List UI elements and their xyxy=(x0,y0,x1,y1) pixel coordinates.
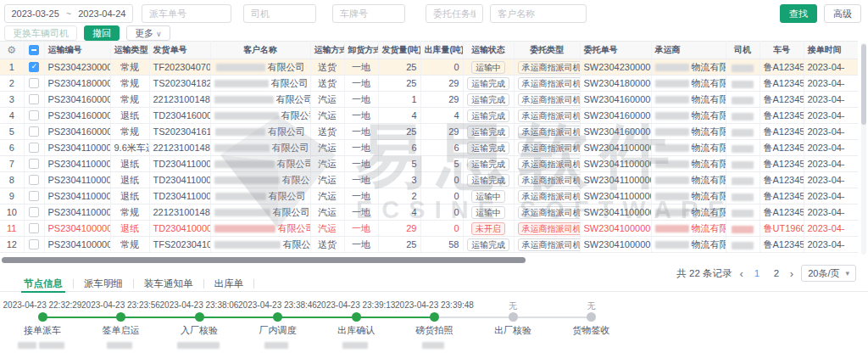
row-checkbox[interactable] xyxy=(29,239,39,249)
change-vehicle-driver-button[interactable]: 更换车辆司机 xyxy=(4,25,77,41)
cell-time: 2023-04- xyxy=(804,156,858,172)
cell-driver xyxy=(726,108,760,124)
customer-name-input[interactable] xyxy=(490,4,587,23)
table-row[interactable]: 12PS230410000004常规TFS202304102203有限公司送货一… xyxy=(0,237,858,253)
cell-time: 2023-04- xyxy=(804,205,858,221)
cell-unload: 一地 xyxy=(344,124,378,140)
advanced-button[interactable]: 高级 xyxy=(824,4,861,23)
commission-type-badge: 承运商指派司机 xyxy=(518,126,581,138)
cell-method: 汽运 xyxy=(310,172,344,188)
page-number-1[interactable]: 1 xyxy=(751,268,763,278)
cell-dno: TS202304182114 xyxy=(149,76,210,92)
cell-type: 常规 xyxy=(110,59,149,76)
cell-dno: TD230416000002 xyxy=(149,108,210,124)
row-checkbox[interactable] xyxy=(29,110,39,120)
tab-3[interactable]: 出库单 xyxy=(204,276,254,292)
horizontal-scrollbar-thumb[interactable] xyxy=(2,257,526,263)
select-all-checkbox[interactable] xyxy=(29,45,39,55)
cell-method: 送货 xyxy=(310,124,344,140)
table-row[interactable]: 8PS230411000003退纸TD230411000008有限公司汽运一地3… xyxy=(0,172,858,188)
table-row[interactable]: 5PS230416000004常规TS202304161109有限公司送货一地2… xyxy=(0,124,858,140)
redacted-carrier-name xyxy=(655,241,689,249)
page-number-2[interactable]: 2 xyxy=(771,268,782,278)
cell-unload: 一地 xyxy=(344,108,378,124)
timeline-node-dot xyxy=(430,312,439,322)
cell-plate: 鲁A12345 xyxy=(760,76,804,92)
more-button-label: 更多 xyxy=(135,28,153,38)
table-row[interactable]: 10PS230411000001常规22123100148677有限公司汽运一地… xyxy=(0,205,858,221)
col-header-oq: 出库量(吨) xyxy=(420,42,463,59)
tab-1[interactable]: 派车明细 xyxy=(74,276,133,292)
cell-check xyxy=(24,140,44,156)
col-header-plate: 车号 xyxy=(760,42,804,59)
cell-unload: 一地 xyxy=(344,156,378,172)
table-row[interactable]: 1PS230423000002常规TF20230407001有限公司送货一地25… xyxy=(0,59,858,76)
table-row[interactable]: 9PS230411000002退纸TD230411000007有限公司汽运一地2… xyxy=(0,188,858,205)
cell-carrier: 物流有限公司 xyxy=(651,92,726,108)
table-row[interactable]: 7PS230411000004退纸TD230411000009有限公司汽运一地5… xyxy=(0,156,858,172)
table-row[interactable]: 2PS230418000001常规TS202304182114有限公司送货一地2… xyxy=(0,76,858,92)
row-checkbox[interactable] xyxy=(29,207,39,217)
cell-tno: PS230411000002 xyxy=(44,188,110,205)
table-row[interactable]: 11PS230410000006退纸TD230410000009有限公司汽运一地… xyxy=(0,221,858,237)
cell-status: 运输完成 xyxy=(463,108,514,124)
row-checkbox[interactable] xyxy=(29,143,39,153)
cell-driver xyxy=(726,221,760,237)
table-row[interactable]: 3PS230416000007常规22123100148673有限公司汽运一地1… xyxy=(0,92,858,108)
driver-input[interactable] xyxy=(243,4,316,23)
row-checkbox[interactable] xyxy=(29,62,39,72)
task-no-input[interactable] xyxy=(426,4,483,23)
cell-oq: 29 xyxy=(420,124,463,140)
cell-time: 2023-04- xyxy=(804,92,858,108)
table-row[interactable]: 4PS230416000006退纸TD230416000002有限公司汽运一地4… xyxy=(0,108,858,124)
cell-ctype: 承运商指派司机 xyxy=(514,124,580,140)
timeline-node-dot xyxy=(116,312,125,322)
customer-suffix: 有限公司 xyxy=(276,94,311,104)
cell-sq: 25 xyxy=(378,237,420,253)
row-checkbox[interactable] xyxy=(29,94,39,104)
transport-status-badge: 运输中 xyxy=(471,61,505,74)
date-range-picker[interactable]: 2023-03-25 ~ 2023-04-24 xyxy=(4,4,133,23)
tab-0[interactable]: 节点信息 xyxy=(14,276,73,292)
cell-ctype: 承运商指派司机 xyxy=(514,76,580,92)
cell-check xyxy=(24,237,44,253)
customer-suffix: 有限公司 xyxy=(273,207,310,217)
withdraw-button[interactable]: 撤回 xyxy=(84,25,120,41)
redacted-note xyxy=(107,342,132,349)
table-row[interactable]: 6PS2304110000059.6米车运输22123100148676有限公司… xyxy=(0,140,858,156)
cell-cno: SW230416000008 xyxy=(580,108,651,124)
transport-status-badge: 运输完成 xyxy=(467,142,509,154)
row-checkbox[interactable] xyxy=(29,191,39,201)
cell-carrier: 物流有限公司 xyxy=(651,172,726,188)
cell-cno: SW230418000002 xyxy=(580,76,651,92)
cell-dno: TD230411000008 xyxy=(149,172,210,188)
tab-2[interactable]: 装车通知单 xyxy=(134,276,203,292)
row-checkbox[interactable] xyxy=(29,78,39,88)
dispatch-no-input[interactable] xyxy=(142,4,231,23)
commission-type-badge: 承运商指派司机 xyxy=(518,206,581,219)
row-checkbox[interactable] xyxy=(29,159,39,169)
cell-dno: TF20230407001 xyxy=(149,59,210,76)
plate-no-input[interactable] xyxy=(332,4,405,23)
commission-type-badge: 承运商指派司机 xyxy=(518,142,581,154)
cell-check xyxy=(24,59,44,76)
search-button[interactable]: 查找 xyxy=(780,4,817,23)
gear-icon[interactable]: ⚙ xyxy=(7,44,16,56)
page-size-select[interactable]: 20条/页 ▾ xyxy=(801,265,856,282)
cell-oq: 5 xyxy=(420,156,463,172)
prev-page-button[interactable]: ‹ xyxy=(739,267,743,280)
vertical-scrollbar-thumb[interactable] xyxy=(861,44,866,125)
redacted-driver-name xyxy=(732,81,754,88)
commission-type-badge: 承运商指派司机 xyxy=(518,222,581,235)
redacted-driver-name xyxy=(732,113,754,120)
cell-idx: 6 xyxy=(0,140,24,156)
row-checkbox[interactable] xyxy=(29,175,39,185)
row-checkbox[interactable] xyxy=(29,223,39,233)
cell-cno: SW230411000003 xyxy=(580,172,651,188)
row-checkbox[interactable] xyxy=(29,126,39,137)
cell-dno: TS202304161109 xyxy=(149,124,210,140)
more-button[interactable]: 更多 ∨ xyxy=(126,25,170,41)
next-page-button[interactable]: › xyxy=(790,267,793,280)
col-header-idx: ⚙ xyxy=(0,42,24,59)
vertical-scrollbar xyxy=(861,42,866,255)
